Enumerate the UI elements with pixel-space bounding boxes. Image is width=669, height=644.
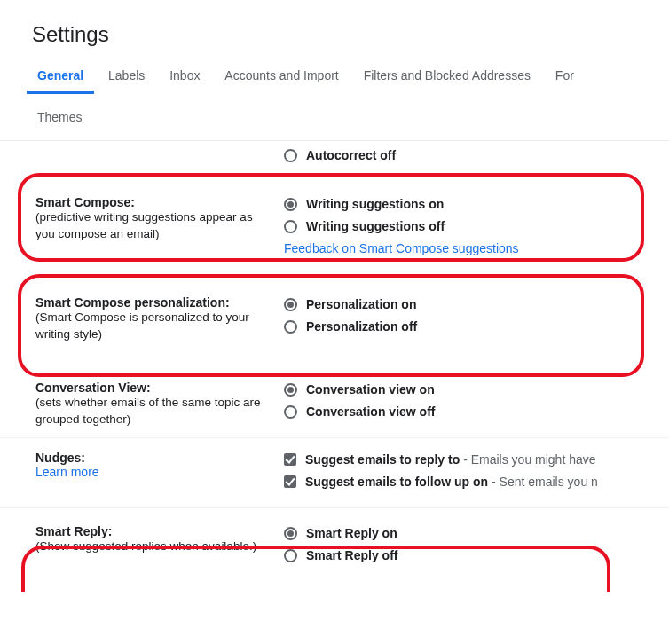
autocorrect-off-label: Autocorrect off — [306, 146, 396, 165]
radio-conversation-on[interactable] — [284, 383, 297, 397]
settings-body: Autocorrect off Smart Compose: (predicti… — [0, 141, 669, 592]
autocorrect-row: Autocorrect off — [0, 141, 669, 174]
tab-inbox[interactable]: Inbox — [159, 63, 210, 91]
tab-accounts[interactable]: Accounts and Import — [214, 63, 349, 91]
nudges-row: Nudges: Learn more Suggest emails to rep… — [0, 438, 669, 507]
writing-suggestions-on-label: Writing suggestions on — [306, 195, 444, 214]
radio-smart-reply-off[interactable] — [284, 549, 297, 562]
smart-compose-sub: (predictive writing suggestions appear a… — [35, 209, 275, 243]
tab-labels[interactable]: Labels — [98, 63, 155, 91]
tabs-row-2: Themes — [0, 94, 669, 137]
checkbox-suggest-followup[interactable] — [284, 475, 296, 488]
smart-reply-off-label: Smart Reply off — [306, 546, 397, 565]
smart-reply-on-label: Smart Reply on — [306, 524, 397, 543]
conversation-off-label: Conversation view off — [306, 403, 435, 421]
radio-personalization-off[interactable] — [284, 320, 297, 334]
writing-suggestions-off-label: Writing suggestions off — [306, 217, 445, 236]
page-title: Settings — [0, 0, 669, 63]
conversation-title: Conversation View: — [35, 381, 151, 395]
conversation-on-label: Conversation view on — [306, 381, 435, 399]
radio-conversation-off[interactable] — [284, 405, 297, 419]
personalization-title: Smart Compose personalization: — [35, 295, 230, 310]
tab-themes[interactable]: Themes — [27, 106, 93, 128]
personalization-off-label: Personalization off — [306, 318, 417, 336]
smart-compose-feedback-link[interactable]: Feedback on Smart Compose suggestions — [284, 240, 519, 258]
personalization-sub: (Smart Compose is personalized to your w… — [35, 310, 275, 343]
checkbox-suggest-reply[interactable] — [284, 453, 296, 466]
nudges-learn-more-link[interactable]: Learn more — [35, 465, 99, 479]
smart-reply-sub: (Show suggested replies when available.) — [35, 538, 275, 555]
radio-autocorrect-off[interactable] — [284, 149, 297, 162]
nudges-title: Nudges: — [35, 451, 85, 465]
tab-filters[interactable]: Filters and Blocked Addresses — [353, 63, 541, 91]
suggest-reply-desc: - Emails you might have — [460, 452, 595, 467]
suggest-reply-label: Suggest emails to reply to — [305, 452, 460, 467]
radio-writing-suggestions-off[interactable] — [284, 220, 297, 233]
smart-compose-title: Smart Compose: — [35, 195, 135, 209]
smart-reply-title: Smart Reply: — [35, 524, 112, 538]
conversation-sub: (sets whether emails of the same topic a… — [35, 395, 275, 428]
tabs-row-1: General Labels Inbox Accounts and Import… — [0, 63, 669, 94]
tab-general[interactable]: General — [27, 63, 94, 94]
radio-personalization-on[interactable] — [284, 298, 297, 311]
personalization-on-label: Personalization on — [306, 295, 416, 314]
personalization-row: Smart Compose personalization: (Smart Co… — [0, 279, 669, 361]
conversation-row: Conversation View: (sets whether emails … — [0, 361, 669, 437]
suggest-followup-desc: - Sent emails you n — [488, 475, 598, 489]
suggest-followup-label: Suggest emails to follow up on — [305, 475, 488, 489]
tab-forwarding[interactable]: For — [545, 63, 585, 91]
smart-compose-row: Smart Compose: (predictive writing sugge… — [0, 174, 669, 279]
radio-writing-suggestions-on[interactable] — [284, 198, 297, 211]
smart-reply-row: Smart Reply: (Show suggested replies whe… — [0, 508, 669, 592]
radio-smart-reply-on[interactable] — [284, 527, 297, 540]
